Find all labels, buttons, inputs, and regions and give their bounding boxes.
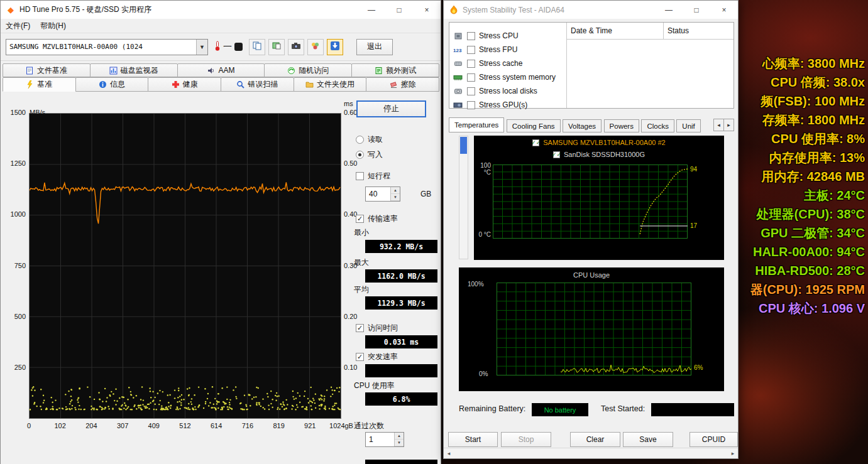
spin-down-icon[interactable]: ▼	[395, 440, 404, 446]
tab-disk-monitor[interactable]: 磁盘监视器	[90, 63, 178, 77]
spin-up-icon[interactable]: ▲	[391, 187, 400, 194]
vertical-scrollbar[interactable]	[459, 136, 468, 259]
stress-disks-checkbox[interactable]	[467, 87, 475, 95]
clear-button[interactable]: Clear	[570, 432, 620, 447]
stress-gpu-label: Stress GPU(s)	[479, 100, 527, 109]
stress-disks-row[interactable]: Stress local disks	[453, 84, 556, 98]
stress-fpu-checkbox[interactable]	[467, 46, 475, 54]
hdtune-close-button[interactable]: ×	[413, 1, 441, 19]
aida-close-button[interactable]: ×	[710, 1, 738, 19]
checkbox-burst-rate[interactable]: 突发速率	[356, 352, 398, 362]
hdtune-maximize-button[interactable]: □	[385, 1, 413, 19]
hdtune-menubar: 文件(F) 帮助(H)	[1, 19, 441, 33]
tab-info[interactable]: 信息	[75, 77, 149, 92]
hdtune-titlebar[interactable]: ◆ HD Tune Pro 5.75 - 硬盘/SSD 实用程序 — □ ×	[1, 1, 441, 19]
tab-temperatures[interactable]: Temperatures	[449, 117, 504, 132]
save-button[interactable]: Save	[623, 432, 673, 447]
drive-select[interactable]: SAMSUNG MZVLB1T0HALR-00A00 (1024 ▼	[6, 39, 208, 55]
tab-label: 健康	[183, 79, 198, 90]
stress-gpu-row[interactable]: Stress GPU(s)	[453, 98, 556, 112]
download-arrow-icon	[330, 41, 340, 53]
scroll-right-icon[interactable]: ▸	[728, 448, 738, 458]
tab-scroll-right-icon[interactable]: ▸	[723, 119, 734, 131]
save-results-button[interactable]	[327, 39, 343, 55]
radio-read[interactable]: 读取	[356, 134, 383, 145]
pass-count-spinner[interactable]: ▲▼	[394, 433, 404, 446]
tab-cooling-fans[interactable]: Cooling Fans	[507, 119, 561, 132]
cache-icon	[453, 60, 463, 67]
checkbox-short-stroke[interactable]: 短行程	[356, 171, 390, 181]
aida-title: System Stability Test - AIDA64	[463, 6, 655, 14]
stress-cache-row[interactable]: Stress cache	[453, 57, 556, 70]
tab-extra-tests[interactable]: 额外测试	[351, 63, 439, 77]
tab-benchmark[interactable]: 基准	[3, 77, 76, 92]
tab-error-scan[interactable]: 错误扫描	[221, 77, 294, 92]
y-axis-left-tick: 250	[1, 364, 26, 371]
stop-button[interactable]: 停止	[356, 100, 426, 117]
chevron-down-icon: ▼	[196, 40, 207, 55]
spin-down-icon[interactable]: ▼	[391, 194, 400, 201]
aida-minimize-button[interactable]: —	[655, 1, 683, 19]
capacity-spinner[interactable]: ▲▼	[390, 187, 400, 201]
legend-sandisk-checkbox[interactable]: ✓	[553, 151, 560, 158]
checkbox-transfer-rate[interactable]: 传输速率	[356, 213, 398, 224]
fpu-icon: 123	[453, 46, 463, 53]
vertical-scrollbar-thumb[interactable]	[460, 137, 467, 154]
capacity-input[interactable]: 40 ▲▼	[365, 186, 400, 202]
spin-up-icon[interactable]: ▲	[395, 433, 404, 440]
tab-uniform[interactable]: Unif	[676, 119, 700, 132]
stress-cpu-checkbox[interactable]	[467, 32, 475, 40]
stress-memory-label: Stress system memory	[479, 73, 556, 82]
stress-cpu-row[interactable]: Stress CPU	[453, 29, 556, 43]
start-button[interactable]: Start	[448, 432, 498, 447]
hdtune-window: ◆ HD Tune Pro 5.75 - 硬盘/SSD 实用程序 — □ × 文…	[0, 0, 441, 464]
menu-help[interactable]: 帮助(H)	[35, 19, 71, 33]
legend-samsung-checkbox[interactable]: ✓	[532, 139, 539, 146]
pass-count-input[interactable]: 1 ▲▼	[365, 432, 404, 447]
exit-button[interactable]: 退出	[356, 39, 393, 55]
tab-health[interactable]: 健康	[148, 77, 221, 92]
checkbox-access-time[interactable]: 访问时间	[356, 323, 398, 333]
stop-button-aida[interactable]: Stop	[501, 432, 551, 447]
cpuid-button[interactable]: CPUID	[689, 432, 738, 447]
disk-monitor-icon	[109, 67, 118, 75]
tab-clocks[interactable]: Clocks	[641, 119, 674, 132]
x-axis-tick: 0	[14, 422, 44, 429]
stress-cache-checkbox[interactable]	[467, 60, 475, 68]
aida-window: System Stability Test - AIDA64 — □ × Str…	[443, 0, 739, 459]
scroll-left-icon[interactable]: ◂	[444, 448, 454, 458]
stress-memory-checkbox[interactable]	[467, 73, 475, 82]
temperature-display[interactable]: 一	[211, 38, 246, 57]
battery-status-badge: No battery	[532, 403, 588, 416]
horizontal-scrollbar[interactable]: ◂ ▸	[444, 448, 738, 458]
stress-memory-row[interactable]: Stress system memory	[453, 70, 556, 84]
color-settings-button[interactable]	[307, 39, 324, 55]
hdtune-toolbar: SAMSUNG MZVLB1T0HALR-00A00 (1024 ▼ 一 退出	[1, 33, 441, 61]
file-benchmark-icon	[26, 67, 34, 75]
radio-write[interactable]: 写入	[356, 149, 383, 160]
cpu-usage-graph-panel: CPU Usage 100% 0% 6%	[459, 267, 724, 391]
stress-fpu-row[interactable]: 123 Stress FPU	[453, 43, 556, 57]
tab-erase[interactable]: 擦除	[366, 77, 439, 92]
tab-folder-usage[interactable]: 文件夹使用	[294, 77, 367, 92]
stress-gpu-checkbox[interactable]	[467, 101, 475, 109]
tab-aam[interactable]: AAM	[177, 63, 265, 77]
screenshot-button[interactable]	[288, 39, 304, 55]
aida-titlebar[interactable]: System Stability Test - AIDA64 — □ ×	[444, 1, 738, 19]
tab-file-benchmark[interactable]: 文件基准	[3, 63, 91, 77]
tab-voltages[interactable]: Voltages	[563, 119, 602, 132]
menu-file[interactable]: 文件(F)	[1, 19, 35, 33]
aida-maximize-button[interactable]: □	[683, 1, 710, 19]
tab-random-access[interactable]: 随机访问	[264, 63, 352, 77]
legend-sandisk-row: ✓ SanDisk SDSSDH31000G	[474, 151, 724, 158]
tab-scroll-left-icon[interactable]: ◂	[713, 119, 724, 131]
copy-text-button[interactable]	[249, 39, 265, 55]
x-axis-tick: 512	[170, 422, 201, 429]
min-value: 932.2 MB/s	[365, 240, 437, 253]
copy-image-button[interactable]	[268, 39, 285, 55]
hdtune-minimize-button[interactable]: —	[358, 1, 385, 19]
tab-powers[interactable]: Powers	[604, 119, 639, 132]
radio-write-circle	[356, 151, 364, 159]
hdtune-plot-svg	[29, 113, 341, 419]
log-header-status: Status	[667, 26, 689, 35]
